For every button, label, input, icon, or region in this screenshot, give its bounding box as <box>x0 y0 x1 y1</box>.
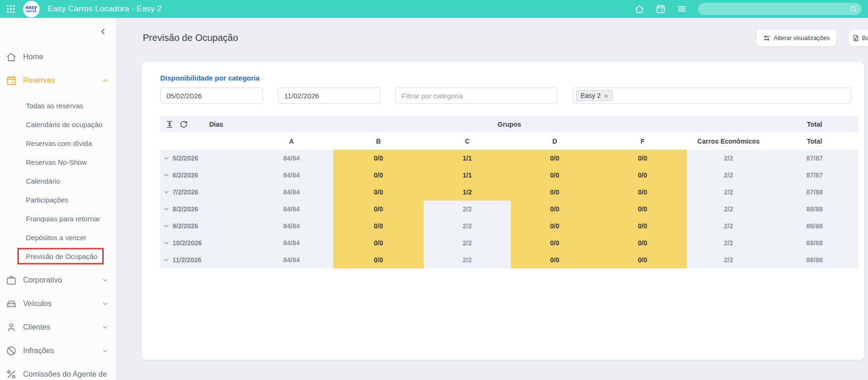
chevron-down-icon <box>101 276 109 284</box>
chevron-up-icon <box>101 77 109 84</box>
grupos-header: Grupos <box>498 121 521 128</box>
sidebar-item-home[interactable]: Home <box>0 45 116 69</box>
sidebar-item-clientes[interactable]: Clientes <box>0 315 116 339</box>
row-date-cell: 7/2/2026 <box>160 184 250 201</box>
easy-carros-logo[interactable]: easy carros <box>23 1 40 17</box>
sidebar-item-veiculos[interactable]: Veículos <box>0 292 116 315</box>
button-label: Ba <box>862 34 868 41</box>
row-date: 9/2/2026 <box>172 222 198 230</box>
cell-c: 2/2 <box>424 251 511 268</box>
collapse-sidebar-icon[interactable] <box>99 27 107 36</box>
sidebar-item-label: Corporativo <box>23 276 95 284</box>
page-header: Previsão de Ocupação Alterar visualizaçõ… <box>143 29 864 47</box>
sidebar-item-calendario[interactable]: Calendário <box>0 171 116 190</box>
row-date: 8/2/2026 <box>172 205 198 213</box>
table-columns-row: ABCDFCarros EconômicosTotal <box>160 132 859 150</box>
sidebar-item-label: Home <box>23 53 109 61</box>
cell-d: 0/0 <box>511 201 598 218</box>
sidebar: HomeReservasTodas as reservasCalendário … <box>0 18 116 380</box>
sidebar-item-comissoes-do-agente-de[interactable]: Comissões do Agente de <box>0 363 116 380</box>
row-date: 7/2/2026 <box>172 188 198 196</box>
spreadsheet-file-icon <box>852 34 860 42</box>
row-date-cell: 8/2/2026 <box>160 201 250 218</box>
cell-total: 88/88 <box>770 218 859 234</box>
cell-c: 1/2 <box>424 184 511 201</box>
cell-c: 2/2 <box>424 218 511 234</box>
date-from-input[interactable] <box>160 88 263 104</box>
cell-total: 87/87 <box>770 150 859 167</box>
date-to-input[interactable] <box>278 88 381 104</box>
expand-row-icon[interactable] <box>163 256 170 264</box>
table-row: 11/2/202684/840/02/20/00/02/288/88 <box>160 251 859 268</box>
row-date-cell: 5/2/2026 <box>160 150 250 167</box>
expand-row-icon[interactable] <box>163 171 170 179</box>
cell-d: 0/0 <box>511 150 598 167</box>
row-date: 10/2/2026 <box>172 239 202 247</box>
filters-row: Easy 2 × <box>160 88 859 104</box>
cell-carros-economicos: 2/2 <box>687 218 770 234</box>
column-header-c: C <box>424 137 511 145</box>
cell-b: 0/0 <box>333 184 424 201</box>
cell-total: 87/88 <box>770 184 859 201</box>
car-icon <box>6 298 17 309</box>
cell-d: 0/0 <box>511 184 598 201</box>
search-input[interactable] <box>698 3 861 15</box>
sidebar-item-depositos-a-vencer[interactable]: Depósitos a vencer <box>0 228 116 247</box>
cell-c: 2/2 <box>424 201 511 218</box>
availability-card: Disponibilidade por categoria Easy 2 × <box>141 62 864 360</box>
menu-icon[interactable] <box>677 4 687 14</box>
cell-f: 0/0 <box>598 251 687 268</box>
cell-b: 0/0 <box>333 167 424 184</box>
cell-total: 88/88 <box>770 234 859 251</box>
cell-carros-economicos: 2/2 <box>687 150 770 167</box>
cell-f: 0/0 <box>598 201 687 218</box>
table-row: 8/2/202684/840/02/20/00/02/288/88 <box>160 201 859 218</box>
sidebar-item-reservas[interactable]: Reservas <box>0 69 116 92</box>
chevron-down-icon <box>101 300 109 307</box>
expand-row-icon[interactable] <box>163 188 170 196</box>
sidebar-collapse-row <box>0 18 116 45</box>
sidebar-item-infracoes[interactable]: Infrações <box>0 339 116 363</box>
sidebar-item-franquias-para-retornar[interactable]: Franquias para retornar <box>0 209 116 228</box>
cell-carros-economicos: 2/2 <box>687 201 770 218</box>
expand-row-icon[interactable] <box>163 239 170 247</box>
refresh-icon[interactable] <box>179 120 188 129</box>
table-row: 9/2/202684/840/02/20/00/02/288/88 <box>160 218 859 234</box>
cell-a: 84/84 <box>250 218 333 234</box>
cell-b: 0/0 <box>333 218 424 234</box>
calendar-icon[interactable] <box>655 4 666 14</box>
home-icon[interactable] <box>634 4 645 14</box>
expand-row-icon[interactable] <box>163 205 170 213</box>
column-header-b: B <box>333 137 424 145</box>
calendar-icon <box>6 75 17 86</box>
company-filter-input[interactable]: Easy 2 × <box>573 88 851 104</box>
cell-total: 88/88 <box>770 201 859 218</box>
row-date: 11/2/2026 <box>172 256 202 264</box>
sidebar-item-reservas-com-divida[interactable]: Reservas com dívida <box>0 134 116 153</box>
cell-carros-economicos: 2/2 <box>687 184 770 201</box>
row-date: 5/2/2026 <box>172 154 198 162</box>
table-row: 5/2/202684/840/01/10/00/02/287/87 <box>160 150 859 167</box>
sidebar-item-corporativo[interactable]: Corporativo <box>0 268 116 292</box>
sidebar-item-previsao-de-ocupacao[interactable]: Previsão de Ocupação <box>0 247 116 266</box>
sidebar-item-todas-as-reservas[interactable]: Todas as reservas <box>0 96 116 115</box>
person-icon <box>6 322 17 333</box>
table-corner: Dias <box>160 120 333 129</box>
expand-row-icon[interactable] <box>163 154 170 162</box>
sidebar-item-reservas-no-show[interactable]: Reservas No-Show <box>0 153 116 171</box>
sidebar-item-label: Clientes <box>23 323 95 331</box>
sidebar-item-participacoes[interactable]: Participações <box>0 190 116 209</box>
expand-row-icon[interactable] <box>163 222 170 230</box>
search-icon[interactable] <box>850 5 857 13</box>
cell-total: 87/87 <box>770 167 859 184</box>
category-filter-input[interactable] <box>395 88 557 104</box>
apps-grid-icon[interactable] <box>6 4 16 14</box>
sidebar-item-calendario-de-ocupacao[interactable]: Calendário de ocupação <box>0 115 116 134</box>
cell-a: 84/84 <box>250 150 333 167</box>
column-header-d: D <box>511 137 598 145</box>
unfold-vertical-icon[interactable] <box>165 120 174 129</box>
baixar-button[interactable]: Ba <box>848 29 868 47</box>
alterar-visualizacoes-button[interactable]: Alterar visualizações <box>756 29 837 47</box>
page-title: Previsão de Ocupação <box>143 32 238 43</box>
chip-remove-icon[interactable]: × <box>604 92 608 99</box>
